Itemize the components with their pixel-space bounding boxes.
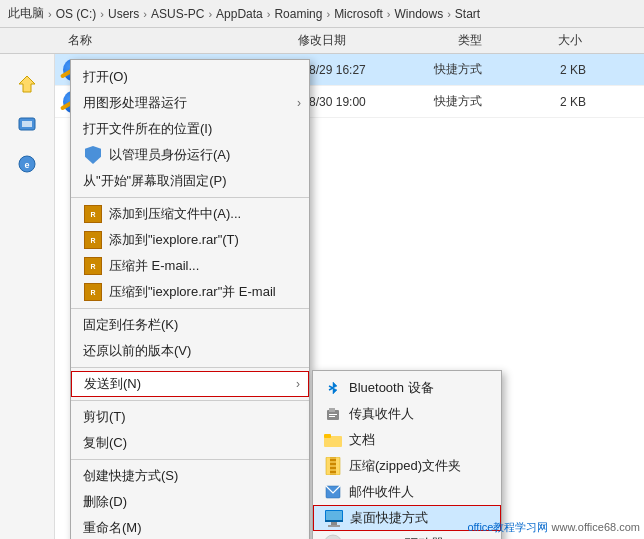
menu-label: 从"开始"屏幕取消固定(P) (83, 172, 227, 190)
svg-rect-15 (330, 467, 336, 469)
submenu-item-mail[interactable]: 邮件收件人 (313, 479, 501, 505)
menu-separator (71, 308, 309, 309)
rar-icon: R (83, 230, 103, 250)
submenu-arrow: › (297, 96, 301, 110)
menu-item-rename[interactable]: 重命名(M) (71, 515, 309, 539)
col-header-type[interactable]: 类型 (450, 32, 550, 49)
context-menu: 打开(O) 用图形处理器运行 › 打开文件所在的位置(I) 以管理员身份运行(A… (70, 59, 310, 539)
col-header-name[interactable]: 名称 (60, 32, 290, 49)
menu-separator (71, 197, 309, 198)
col-header-size[interactable]: 大小 (550, 32, 610, 49)
submenu-label: 压缩(zipped)文件夹 (349, 457, 461, 475)
address-part[interactable]: Microsoft (334, 7, 383, 21)
menu-item-compress-email[interactable]: R 压缩并 E-mail... (71, 253, 309, 279)
menu-label: 添加到"iexplore.rar"(T) (109, 231, 239, 249)
address-sep: › (143, 8, 147, 20)
submenu-arrow-sendto: › (296, 377, 300, 391)
address-sep: › (208, 8, 212, 20)
col-header-date[interactable]: 修改日期 (290, 32, 450, 49)
menu-item-compress-rar-email[interactable]: R 压缩到"iexplore.rar"并 E-mail (71, 279, 309, 305)
svg-rect-16 (330, 471, 336, 473)
nav-icon-3[interactable]: e (9, 146, 45, 182)
file-size: 2 KB (534, 95, 594, 109)
menu-item-run-as-admin[interactable]: 以管理员身份运行(A) (71, 142, 309, 168)
svg-rect-14 (330, 463, 336, 465)
zip-icon (323, 456, 343, 476)
address-part[interactable]: Users (108, 7, 139, 21)
submenu-item-fax[interactable]: 传真收件人 (313, 401, 501, 427)
address-sep: › (267, 8, 271, 20)
address-part[interactable]: Start (455, 7, 480, 21)
submenu-label: 传真收件人 (349, 405, 414, 423)
svg-rect-10 (324, 434, 331, 438)
menu-label: 打开(O) (83, 68, 128, 86)
nav-icon-2[interactable] (9, 106, 45, 142)
desktop-icon (324, 508, 344, 528)
submenu-label: DVD RW 驱动器(...) (349, 535, 464, 539)
menu-label: 压缩到"iexplore.rar"并 E-mail (109, 283, 276, 301)
submenu-item-bluetooth[interactable]: Bluetooth 设备 (313, 375, 501, 401)
address-part[interactable]: Roaming (274, 7, 322, 21)
menu-item-open[interactable]: 打开(O) (71, 64, 309, 90)
menu-item-create-shortcut[interactable]: 创建快捷方式(S) (71, 463, 309, 489)
submenu-item-zip[interactable]: 压缩(zipped)文件夹 (313, 453, 501, 479)
menu-separator (71, 400, 309, 401)
address-part[interactable]: OS (C:) (56, 7, 97, 21)
submenu-label: 邮件收件人 (349, 483, 414, 501)
svg-rect-8 (329, 416, 335, 417)
menu-label: 创建快捷方式(S) (83, 467, 178, 485)
svg-rect-6 (329, 408, 335, 412)
menu-label: 固定到任务栏(K) (83, 316, 178, 334)
address-part[interactable]: 此电脑 (8, 5, 44, 22)
menu-separator (71, 459, 309, 460)
watermark: office教程学习网 www.office68.com (467, 520, 640, 535)
menu-label: 打开文件所在的位置(I) (83, 120, 212, 138)
menu-item-unpin[interactable]: 从"开始"屏幕取消固定(P) (71, 168, 309, 194)
rar-icon: R (83, 256, 103, 276)
submenu-send-to: Bluetooth 设备 传真收件人 (312, 370, 502, 539)
menu-item-send-to[interactable]: 发送到(N) › Bluetooth (71, 371, 309, 397)
menu-item-add-archive[interactable]: R 添加到压缩文件中(A)... (71, 201, 309, 227)
address-bar: 此电脑 › OS (C:) › Users › ASUS-PC › AppDat… (0, 0, 644, 28)
menu-label: 复制(C) (83, 434, 127, 452)
rar-icon: R (83, 282, 103, 302)
menu-item-copy[interactable]: 复制(C) (71, 430, 309, 456)
address-part[interactable]: AppData (216, 7, 263, 21)
rar-icon: R (83, 204, 103, 224)
submenu-label: Bluetooth 设备 (349, 379, 434, 397)
nav-icon-1[interactable] (9, 66, 45, 102)
menu-item-pin-taskbar[interactable]: 固定到任务栏(K) (71, 312, 309, 338)
menu-label: 删除(D) (83, 493, 127, 511)
svg-rect-22 (326, 511, 342, 520)
left-nav: e (0, 54, 55, 539)
address-sep: › (100, 8, 104, 20)
menu-item-gpu[interactable]: 用图形处理器运行 › (71, 90, 309, 116)
fax-icon (323, 404, 343, 424)
submenu-label: 文档 (349, 431, 375, 449)
explorer-window: 此电脑 › OS (C:) › Users › ASUS-PC › AppDat… (0, 0, 644, 539)
svg-point-23 (324, 535, 342, 539)
svg-rect-13 (330, 459, 336, 461)
column-headers: 名称 修改日期 类型 大小 (0, 28, 644, 54)
menu-label: 以管理员身份运行(A) (109, 146, 230, 164)
file-type: 快捷方式 (434, 61, 534, 78)
svg-rect-7 (329, 414, 337, 415)
file-type: 快捷方式 (434, 93, 534, 110)
menu-label: 用图形处理器运行 (83, 94, 187, 112)
menu-label: 重命名(M) (83, 519, 142, 537)
menu-item-cut[interactable]: 剪切(T) (71, 404, 309, 430)
address-part[interactable]: ASUS-PC (151, 7, 204, 21)
address-part[interactable]: Windows (394, 7, 443, 21)
menu-item-open-location[interactable]: 打开文件所在的位置(I) (71, 116, 309, 142)
menu-item-delete[interactable]: 删除(D) (71, 489, 309, 515)
watermark-brand: office教程学习网 (467, 521, 548, 533)
menu-separator (71, 367, 309, 368)
watermark-url2: www.office68.com (552, 521, 640, 533)
svg-text:e: e (24, 160, 29, 170)
address-sep: › (48, 8, 52, 20)
dvd-icon (323, 534, 343, 539)
submenu-item-documents[interactable]: 文档 (313, 427, 501, 453)
svg-rect-21 (328, 525, 340, 527)
menu-item-add-rar[interactable]: R 添加到"iexplore.rar"(T) (71, 227, 309, 253)
menu-item-restore-previous[interactable]: 还原以前的版本(V) (71, 338, 309, 364)
